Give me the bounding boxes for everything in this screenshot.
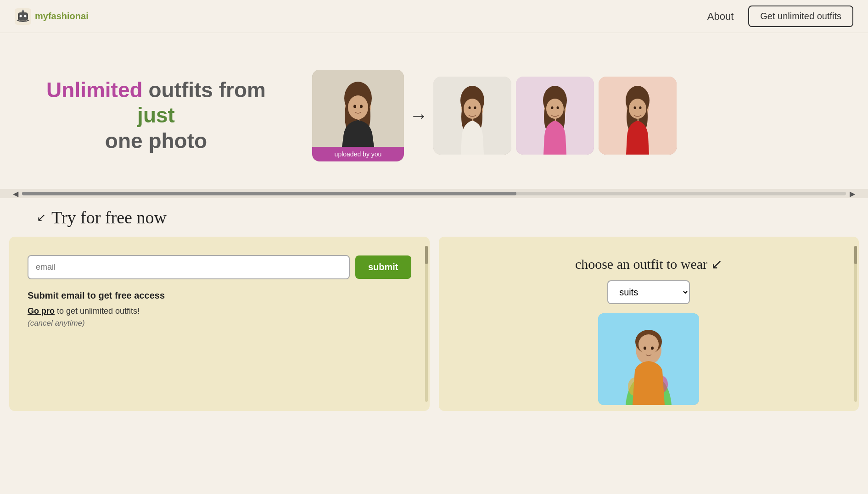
try-section: ↙ Try for free now (0, 198, 868, 232)
try-arrow: ↙ (37, 211, 46, 224)
left-panel: submit Submit email to get free access G… (9, 237, 430, 411)
left-panel-scrollbar (425, 246, 428, 402)
go-pro-link[interactable]: Go pro (28, 306, 55, 316)
brand-name: myfashionai (35, 11, 89, 22)
logo-icon (15, 8, 31, 25)
outfit-photo-3 (599, 77, 677, 155)
svg-point-14 (360, 105, 363, 108)
navbar: myfashionai About Get unlimited outfits (0, 0, 868, 33)
svg-point-37 (629, 99, 646, 119)
svg-point-38 (634, 106, 636, 109)
hero-section: Unlimited outfits from just one photo (0, 33, 868, 189)
outfit-photo-2 (516, 77, 594, 155)
uploaded-label: uploaded by you (312, 147, 404, 161)
logo-area: myfashionai (15, 8, 89, 25)
svg-point-48 (651, 347, 654, 350)
left-panel-content: submit Submit email to get free access G… (9, 237, 430, 337)
choose-outfit-text: choose an outfit to wear (575, 256, 707, 272)
hero-text-block: Unlimited outfits from just one photo (37, 78, 275, 154)
try-text: Try for free now (51, 207, 167, 228)
scroll-right-arrow[interactable]: ▶ (846, 189, 859, 198)
scrollbar-track (22, 192, 846, 195)
outfit-photos (433, 77, 677, 155)
try-label: ↙ Try for free now (37, 207, 831, 228)
svg-point-21 (464, 99, 481, 119)
pro-suffix-text: to get unlimited outfits! (57, 306, 140, 316)
outfit1-svg (433, 77, 511, 155)
svg-point-12 (348, 95, 368, 119)
hero-title-word-unlimited: Unlimited (46, 78, 143, 102)
outfit3-svg (599, 77, 677, 155)
horizontal-scrollbar: ◀ ▶ (0, 189, 868, 198)
brand-name-part2: ai (81, 11, 89, 21)
hero-title-word-just: just (137, 103, 175, 127)
nav-links: About Get unlimited outfits (707, 6, 853, 27)
svg-point-5 (22, 10, 24, 11)
email-input[interactable] (28, 255, 350, 279)
svg-point-39 (639, 106, 642, 109)
scroll-left-arrow[interactable]: ◀ (9, 189, 22, 198)
hero-title-word-outfits: outfits (148, 78, 218, 102)
outfit-photo-1 (433, 77, 511, 155)
svg-point-30 (551, 106, 554, 109)
hero-title: Unlimited outfits from just one photo (37, 78, 275, 154)
uploaded-photo: uploaded by you (312, 70, 404, 161)
about-link[interactable]: About (707, 11, 734, 22)
choose-outfit-label: choose an outfit to wear ↙ (457, 255, 841, 273)
right-panel: choose an outfit to wear ↙ suits dresses… (439, 237, 859, 411)
right-panel-scrollbar (854, 246, 857, 402)
hero-title-word-one: one photo (105, 129, 207, 153)
svg-point-23 (474, 106, 476, 109)
panels-container: submit Submit email to get free access G… (0, 232, 868, 420)
svg-point-29 (546, 99, 564, 119)
svg-point-3 (24, 15, 27, 17)
svg-point-47 (644, 347, 646, 350)
scrollbar-thumb[interactable] (22, 192, 516, 195)
hero-images: uploaded by you → (312, 70, 840, 161)
uploaded-photo-container: uploaded by you (312, 70, 404, 161)
suit-dropdown-container: suits dresses casual formal (457, 280, 841, 304)
choose-arrow: ↙ (711, 256, 722, 272)
svg-point-31 (557, 106, 559, 109)
svg-point-46 (638, 334, 659, 355)
svg-point-13 (353, 105, 356, 108)
right-panel-content: choose an outfit to wear ↙ suits dresses… (439, 237, 859, 411)
outfit-preview (457, 313, 841, 405)
svg-point-2 (20, 15, 22, 17)
hero-title-word-from: from (219, 78, 266, 102)
outfit2-svg (516, 77, 594, 155)
cancel-text: (cancel anytime) (28, 319, 411, 328)
left-panel-scrollbar-thumb[interactable] (425, 246, 428, 264)
outfit-person-preview (598, 313, 699, 405)
outfit-person-svg (598, 313, 699, 405)
outfit-type-select[interactable]: suits dresses casual formal (607, 280, 690, 304)
get-unlimited-button[interactable]: Get unlimited outfits (748, 6, 853, 27)
email-row: submit (28, 255, 411, 279)
svg-point-22 (469, 106, 471, 109)
hero-arrow: → (409, 105, 428, 126)
submit-button[interactable]: submit (355, 255, 411, 279)
left-panel-scroll[interactable]: submit Submit email to get free access G… (9, 237, 430, 411)
right-panel-scrollbar-thumb[interactable] (854, 246, 857, 264)
panel-pro-text: Go pro to get unlimited outfits! (28, 306, 411, 316)
panel-description: Submit email to get free access (28, 290, 411, 301)
brand-name-part1: myfashion (35, 11, 81, 21)
right-panel-scroll[interactable]: choose an outfit to wear ↙ suits dresses… (439, 237, 859, 411)
